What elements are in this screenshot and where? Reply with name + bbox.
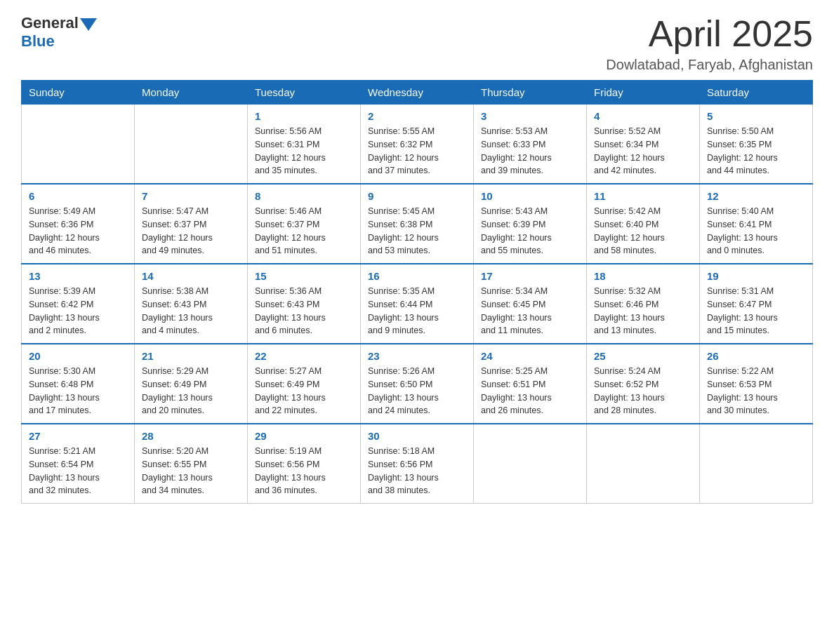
page-header: General Blue April 2025 Dowlatabad, Fary… [21,14,813,73]
day-number: 1 [255,110,353,122]
logo-triangle-icon [80,18,97,31]
day-info: Sunrise: 5:40 AM Sunset: 6:41 PM Dayligh… [707,205,805,257]
day-info: Sunrise: 5:53 AM Sunset: 6:33 PM Dayligh… [481,125,579,177]
calendar-cell: 16Sunrise: 5:35 AM Sunset: 6:44 PM Dayli… [361,264,474,344]
calendar-cell: 9Sunrise: 5:45 AM Sunset: 6:38 PM Daylig… [361,184,474,264]
calendar-cell: 12Sunrise: 5:40 AM Sunset: 6:41 PM Dayli… [700,184,813,264]
day-number: 15 [255,270,353,282]
logo-general-text: General [21,14,79,32]
day-number: 3 [481,110,579,122]
calendar-cell: 3Sunrise: 5:53 AM Sunset: 6:33 PM Daylig… [474,105,587,185]
calendar-day-header: Saturday [700,81,813,105]
day-info: Sunrise: 5:42 AM Sunset: 6:40 PM Dayligh… [594,205,692,257]
day-number: 4 [594,110,692,122]
day-number: 21 [142,350,240,362]
calendar-cell [22,105,135,185]
day-number: 27 [29,430,127,442]
day-number: 8 [255,190,353,202]
day-info: Sunrise: 5:38 AM Sunset: 6:43 PM Dayligh… [142,285,240,337]
calendar-week-row: 1Sunrise: 5:56 AM Sunset: 6:31 PM Daylig… [22,105,813,185]
day-number: 17 [481,270,579,282]
calendar-cell: 21Sunrise: 5:29 AM Sunset: 6:49 PM Dayli… [135,344,248,424]
calendar-cell: 28Sunrise: 5:20 AM Sunset: 6:55 PM Dayli… [135,424,248,504]
day-info: Sunrise: 5:55 AM Sunset: 6:32 PM Dayligh… [368,125,466,177]
calendar-day-header: Friday [587,81,700,105]
calendar-table: SundayMondayTuesdayWednesdayThursdayFrid… [21,80,813,504]
day-number: 28 [142,430,240,442]
day-info: Sunrise: 5:22 AM Sunset: 6:53 PM Dayligh… [707,365,805,417]
calendar-cell: 5Sunrise: 5:50 AM Sunset: 6:35 PM Daylig… [700,105,813,185]
day-number: 18 [594,270,692,282]
day-number: 25 [594,350,692,362]
day-info: Sunrise: 5:43 AM Sunset: 6:39 PM Dayligh… [481,205,579,257]
day-info: Sunrise: 5:39 AM Sunset: 6:42 PM Dayligh… [29,285,127,337]
day-info: Sunrise: 5:47 AM Sunset: 6:37 PM Dayligh… [142,205,240,257]
day-number: 14 [142,270,240,282]
title-section: April 2025 Dowlatabad, Faryab, Afghanist… [606,14,813,73]
day-number: 7 [142,190,240,202]
day-info: Sunrise: 5:45 AM Sunset: 6:38 PM Dayligh… [368,205,466,257]
day-number: 9 [368,190,466,202]
calendar-week-row: 6Sunrise: 5:49 AM Sunset: 6:36 PM Daylig… [22,184,813,264]
calendar-cell: 1Sunrise: 5:56 AM Sunset: 6:31 PM Daylig… [248,105,361,185]
calendar-cell: 14Sunrise: 5:38 AM Sunset: 6:43 PM Dayli… [135,264,248,344]
calendar-cell: 18Sunrise: 5:32 AM Sunset: 6:46 PM Dayli… [587,264,700,344]
calendar-cell: 15Sunrise: 5:36 AM Sunset: 6:43 PM Dayli… [248,264,361,344]
calendar-cell: 26Sunrise: 5:22 AM Sunset: 6:53 PM Dayli… [700,344,813,424]
day-info: Sunrise: 5:36 AM Sunset: 6:43 PM Dayligh… [255,285,353,337]
calendar-cell: 8Sunrise: 5:46 AM Sunset: 6:37 PM Daylig… [248,184,361,264]
calendar-day-header: Wednesday [361,81,474,105]
calendar-week-row: 13Sunrise: 5:39 AM Sunset: 6:42 PM Dayli… [22,264,813,344]
calendar-week-row: 20Sunrise: 5:30 AM Sunset: 6:48 PM Dayli… [22,344,813,424]
day-number: 2 [368,110,466,122]
calendar-week-row: 27Sunrise: 5:21 AM Sunset: 6:54 PM Dayli… [22,424,813,504]
day-info: Sunrise: 5:35 AM Sunset: 6:44 PM Dayligh… [368,285,466,337]
day-number: 12 [707,190,805,202]
day-info: Sunrise: 5:32 AM Sunset: 6:46 PM Dayligh… [594,285,692,337]
day-number: 10 [481,190,579,202]
day-number: 13 [29,270,127,282]
day-info: Sunrise: 5:24 AM Sunset: 6:52 PM Dayligh… [594,365,692,417]
calendar-cell: 19Sunrise: 5:31 AM Sunset: 6:47 PM Dayli… [700,264,813,344]
calendar-header-row: SundayMondayTuesdayWednesdayThursdayFrid… [22,81,813,105]
day-number: 16 [368,270,466,282]
calendar-cell [474,424,587,504]
calendar-cell [135,105,248,185]
day-info: Sunrise: 5:30 AM Sunset: 6:48 PM Dayligh… [29,365,127,417]
calendar-cell: 30Sunrise: 5:18 AM Sunset: 6:56 PM Dayli… [361,424,474,504]
day-info: Sunrise: 5:56 AM Sunset: 6:31 PM Dayligh… [255,125,353,177]
day-number: 11 [594,190,692,202]
calendar-cell [587,424,700,504]
calendar-day-header: Monday [135,81,248,105]
calendar-cell: 20Sunrise: 5:30 AM Sunset: 6:48 PM Dayli… [22,344,135,424]
calendar-cell: 13Sunrise: 5:39 AM Sunset: 6:42 PM Dayli… [22,264,135,344]
location-label: Dowlatabad, Faryab, Afghanistan [606,57,813,73]
day-number: 24 [481,350,579,362]
calendar-cell: 25Sunrise: 5:24 AM Sunset: 6:52 PM Dayli… [587,344,700,424]
calendar-cell: 10Sunrise: 5:43 AM Sunset: 6:39 PM Dayli… [474,184,587,264]
logo: General Blue [21,14,97,51]
logo-blue-text: Blue [21,32,55,51]
calendar-cell [700,424,813,504]
day-info: Sunrise: 5:49 AM Sunset: 6:36 PM Dayligh… [29,205,127,257]
day-number: 6 [29,190,127,202]
day-number: 30 [368,430,466,442]
calendar-cell: 22Sunrise: 5:27 AM Sunset: 6:49 PM Dayli… [248,344,361,424]
calendar-cell: 4Sunrise: 5:52 AM Sunset: 6:34 PM Daylig… [587,105,700,185]
calendar-cell: 29Sunrise: 5:19 AM Sunset: 6:56 PM Dayli… [248,424,361,504]
calendar-cell: 7Sunrise: 5:47 AM Sunset: 6:37 PM Daylig… [135,184,248,264]
day-info: Sunrise: 5:50 AM Sunset: 6:35 PM Dayligh… [707,125,805,177]
day-info: Sunrise: 5:18 AM Sunset: 6:56 PM Dayligh… [368,445,466,497]
calendar-day-header: Sunday [22,81,135,105]
day-info: Sunrise: 5:31 AM Sunset: 6:47 PM Dayligh… [707,285,805,337]
calendar-cell: 17Sunrise: 5:34 AM Sunset: 6:45 PM Dayli… [474,264,587,344]
day-info: Sunrise: 5:27 AM Sunset: 6:49 PM Dayligh… [255,365,353,417]
calendar-cell: 2Sunrise: 5:55 AM Sunset: 6:32 PM Daylig… [361,105,474,185]
day-info: Sunrise: 5:52 AM Sunset: 6:34 PM Dayligh… [594,125,692,177]
month-title: April 2025 [606,14,813,54]
calendar-cell: 23Sunrise: 5:26 AM Sunset: 6:50 PM Dayli… [361,344,474,424]
day-info: Sunrise: 5:19 AM Sunset: 6:56 PM Dayligh… [255,445,353,497]
day-number: 5 [707,110,805,122]
day-number: 26 [707,350,805,362]
calendar-cell: 6Sunrise: 5:49 AM Sunset: 6:36 PM Daylig… [22,184,135,264]
